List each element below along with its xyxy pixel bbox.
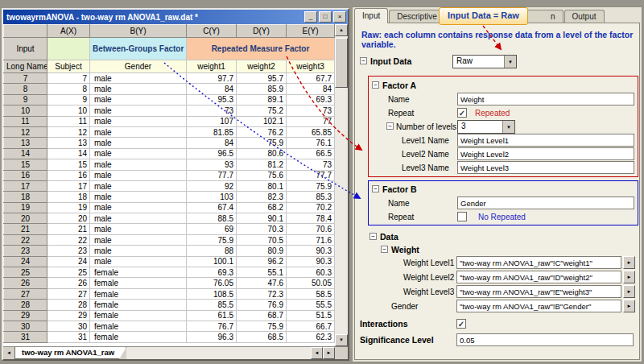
row-header-cell[interactable]: 16 <box>4 170 47 180</box>
data-cell[interactable]: 67.4 <box>187 202 237 213</box>
data-cell[interactable]: 75.9 <box>287 180 335 191</box>
factor-b-repeat-checkbox[interactable] <box>457 212 467 221</box>
data-cell[interactable]: 93 <box>187 159 237 170</box>
row-header-cell[interactable]: 27 <box>4 288 47 299</box>
data-cell[interactable]: 81.2 <box>237 159 287 170</box>
data-cell[interactable]: male <box>90 126 187 137</box>
data-cell[interactable]: 70.5 <box>237 234 287 245</box>
data-cell[interactable]: 72.3 <box>237 288 287 299</box>
data-cell[interactable]: 30 <box>47 321 90 331</box>
data-cell[interactable]: 7 <box>47 73 90 84</box>
data-cell[interactable]: 75.9 <box>237 138 287 148</box>
data-cell[interactable]: female <box>90 278 187 288</box>
data-cell[interactable]: 66.7 <box>287 321 335 331</box>
row-header-cell[interactable]: 30 <box>4 321 47 331</box>
row-header-cell[interactable]: 17 <box>4 180 47 191</box>
data-cell[interactable]: 81.85 <box>187 126 237 137</box>
row-header-cell[interactable]: 14 <box>4 148 47 159</box>
data-cell[interactable]: 62.3 <box>287 332 335 342</box>
data-cell[interactable]: female <box>90 300 187 310</box>
range-select-button[interactable]: ► <box>623 271 635 283</box>
weight-level3-range-input[interactable] <box>456 285 621 298</box>
data-cell[interactable]: female <box>90 321 187 331</box>
data-cell[interactable]: 77 <box>287 116 335 126</box>
data-cell[interactable]: 16 <box>47 170 90 180</box>
gender-range-input[interactable] <box>456 300 621 312</box>
data-cell[interactable]: 85.5 <box>187 300 237 310</box>
data-cell[interactable]: 84 <box>187 138 237 148</box>
row-header-cell[interactable]: 26 <box>4 278 47 288</box>
data-cell[interactable]: 69 <box>187 224 237 234</box>
between-groups-factor-header[interactable]: Between-Groups Factor <box>90 38 187 60</box>
data-cell[interactable]: 21 <box>47 224 90 234</box>
data-cell[interactable]: 90.3 <box>287 256 335 267</box>
collapse-icon[interactable]: − <box>369 233 377 240</box>
column-header-d[interactable]: D(Y) <box>237 25 287 38</box>
data-cell[interactable]: male <box>90 224 187 234</box>
data-cell[interactable]: 18 <box>47 192 90 202</box>
data-cell[interactable]: 68.5 <box>237 332 287 342</box>
data-cell[interactable]: 76.7 <box>187 321 237 331</box>
data-cell[interactable]: female <box>90 267 187 278</box>
scroll-up-button[interactable]: ▲ <box>335 24 348 36</box>
window-titlebar[interactable]: twowayrmANOVA - two-way rm ANOVA1_raw.da… <box>3 10 348 24</box>
collapse-icon[interactable]: − <box>372 81 379 89</box>
tab-output[interactable]: Output <box>564 10 605 23</box>
collapse-icon[interactable]: − <box>360 57 367 64</box>
long-name-weight1[interactable]: weight1 <box>187 60 237 73</box>
row-header-cell[interactable]: 25 <box>4 267 47 278</box>
data-cell[interactable]: male <box>90 202 187 213</box>
collapse-icon[interactable]: − <box>386 122 394 130</box>
data-cell[interactable]: 103 <box>187 192 237 202</box>
data-cell[interactable]: 77.7 <box>287 170 335 180</box>
range-select-button[interactable]: ► <box>623 300 635 312</box>
column-header-b[interactable]: B(Y) <box>90 25 187 38</box>
tab-input[interactable]: Input <box>354 8 388 23</box>
data-cell[interactable]: 73 <box>287 105 335 116</box>
range-select-button[interactable]: ► <box>623 285 635 298</box>
horizontal-scrollbar[interactable] <box>126 347 311 359</box>
data-cell[interactable]: 10 <box>47 105 90 116</box>
row-label-long-name[interactable]: Long Name <box>4 60 47 73</box>
data-cell[interactable]: 76.05 <box>187 278 237 288</box>
data-cell[interactable]: 96.3 <box>187 332 237 342</box>
level3-name-input[interactable] <box>457 161 634 174</box>
data-cell[interactable]: male <box>90 116 187 126</box>
vertical-scrollbar-thumb[interactable] <box>335 38 348 88</box>
data-cell[interactable]: male <box>90 159 187 170</box>
data-cell[interactable]: 50.05 <box>287 278 335 288</box>
data-cell[interactable]: 11 <box>47 116 90 126</box>
data-cell[interactable]: 88 <box>187 246 237 256</box>
data-cell[interactable]: 55.5 <box>287 300 335 310</box>
factor-a-name-input[interactable] <box>457 93 634 105</box>
row-header-cell[interactable]: 9 <box>4 94 47 105</box>
column-header-e[interactable]: E(Y) <box>287 25 335 38</box>
data-cell[interactable]: 75.2 <box>237 105 287 116</box>
data-cell[interactable]: 97.7 <box>187 73 237 84</box>
data-cell[interactable]: male <box>90 246 187 256</box>
data-cell[interactable]: 29 <box>47 310 90 321</box>
data-cell[interactable]: 20 <box>47 213 90 224</box>
hscroll-left-button[interactable]: ◄ <box>311 347 323 359</box>
data-cell[interactable]: male <box>90 73 187 84</box>
data-cell[interactable]: 66.5 <box>287 148 335 159</box>
data-cell[interactable]: 92 <box>187 180 237 191</box>
data-cell[interactable]: 8 <box>47 84 90 94</box>
data-cell[interactable]: 85.3 <box>287 192 335 202</box>
row-header-cell[interactable]: 22 <box>4 234 47 245</box>
data-cell[interactable]: 15 <box>47 159 90 170</box>
data-cell[interactable]: 84 <box>287 84 335 94</box>
weight-level1-range-input[interactable] <box>456 256 621 269</box>
repeated-measure-factor-header[interactable]: Repeated Measure Factor <box>187 38 335 60</box>
data-cell[interactable]: male <box>90 192 187 202</box>
data-cell[interactable]: 77.7 <box>187 170 237 180</box>
data-cell[interactable]: female <box>90 332 187 342</box>
data-cell[interactable]: 69.3 <box>187 267 237 278</box>
data-cell[interactable]: 25 <box>47 267 90 278</box>
row-header-cell[interactable]: 13 <box>4 138 47 148</box>
data-cell[interactable]: 95.7 <box>237 73 287 84</box>
data-cell[interactable]: 96.2 <box>237 256 287 267</box>
data-cell[interactable]: 65.85 <box>287 126 335 137</box>
data-cell[interactable]: 70.2 <box>287 202 335 213</box>
data-cell[interactable]: 73 <box>187 105 237 116</box>
